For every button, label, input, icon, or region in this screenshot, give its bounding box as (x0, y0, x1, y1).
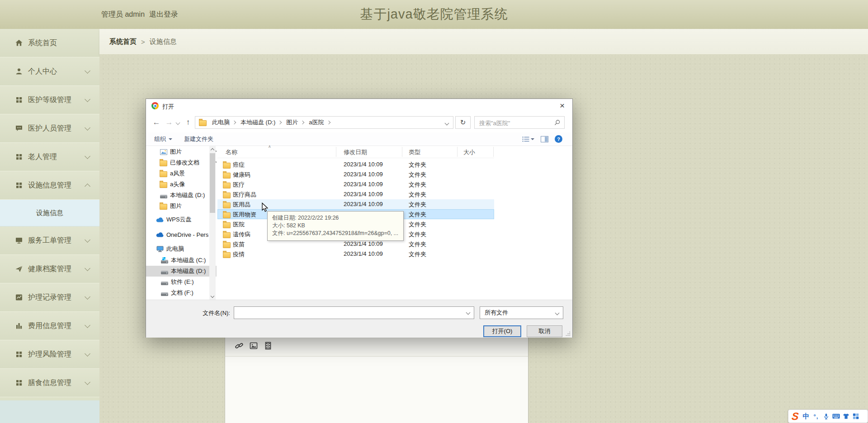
dialog-titlebar[interactable]: 打开 × (146, 99, 572, 113)
sidebar-item-home[interactable]: 系统首页 (0, 29, 99, 57)
history-dropdown-icon[interactable] (174, 117, 181, 128)
tree-item-pictures-quick[interactable]: 图片 (146, 146, 217, 157)
help-icon[interactable]: ? (555, 135, 562, 143)
sidebar-item-elderly[interactable]: 老人管理 (0, 143, 99, 171)
tree-item-modified-docs[interactable]: 已修改文档 (146, 157, 217, 168)
address-segment[interactable]: 本地磁盘 (D:) (239, 118, 284, 127)
tree-item-local-disk-d[interactable]: 本地磁盘 (D:) (146, 266, 217, 277)
file-row[interactable]: 医疗商品 2023/1/4 10:09 文件夹 (217, 189, 494, 199)
column-header-type[interactable]: 类型 (409, 148, 420, 156)
scroll-up-icon[interactable] (209, 146, 216, 152)
file-row[interactable]: 健康码 2023/1/4 10:09 文件夹 (217, 169, 494, 179)
file-type: 文件夹 (409, 181, 426, 189)
search-icon[interactable] (554, 119, 561, 126)
file-row[interactable]: 医疗 2023/1/4 10:09 文件夹 (217, 179, 494, 189)
chart-bar-icon (14, 321, 24, 330)
user-icon (14, 67, 24, 76)
breadcrumb-home[interactable]: 系统首页 (109, 38, 137, 46)
chevron-right-icon[interactable] (232, 121, 236, 124)
tree-item-local-disk-c[interactable]: 本地磁盘 (C:) (146, 255, 217, 266)
os-drive-icon (161, 260, 168, 263)
tree-item-local-disk-d-quick[interactable]: 本地磁盘 (D:) (146, 190, 217, 201)
chevron-right-icon[interactable] (301, 121, 304, 124)
tree-item-wps-cloud[interactable]: WPS云盘 (146, 214, 217, 225)
chevron-right-icon[interactable] (326, 121, 330, 124)
dialog-footer: 文件名(N): 所有文件 打开(O) 取消 (146, 300, 572, 338)
tree-scrollbar[interactable] (209, 146, 216, 300)
dialog-navbar: ← → ↑ 此电脑 本地磁盘 (D:) 图片 a医院 (146, 113, 572, 132)
forward-arrow-icon[interactable]: → (163, 117, 175, 128)
chevron-down-icon[interactable] (466, 310, 471, 315)
close-icon[interactable]: × (552, 99, 572, 112)
column-header-date[interactable]: 修改日期 (344, 148, 367, 156)
file-name: 医用物资 (233, 211, 256, 219)
column-header-size[interactable]: 大小 (463, 148, 475, 156)
skin-shirt-icon[interactable] (841, 410, 851, 422)
link-icon[interactable] (235, 342, 243, 350)
filetype-select[interactable]: 所有文件 (480, 306, 563, 319)
address-segment-label[interactable]: 图片 (284, 118, 300, 127)
column-header-name[interactable]: 名称 (226, 148, 237, 156)
sidebar-item-meal-info[interactable]: 膳食信息管理 (0, 369, 99, 397)
editor-content-area[interactable] (225, 357, 528, 423)
sidebar-item-nursing-records[interactable]: 护理记录管理 (0, 283, 99, 312)
tree-item-onedrive[interactable]: OneDrive - Pers (146, 229, 217, 240)
toolbox-grid-icon[interactable] (851, 410, 861, 422)
keyboard-icon[interactable] (831, 410, 841, 422)
tree-item-pictures-folder[interactable]: 图片 (146, 201, 217, 212)
sidebar-item-nursing-risk[interactable]: 护理风险管理 (0, 340, 99, 369)
tree-item-a-avatar[interactable]: a头像 (146, 179, 217, 190)
image-icon[interactable] (250, 342, 258, 350)
sidebar-subitem-facility-info[interactable]: 设施信息 (0, 200, 99, 226)
view-list-icon[interactable] (522, 136, 534, 142)
address-segment-label[interactable]: 本地磁盘 (D:) (239, 118, 277, 127)
address-segment[interactable]: 此电脑 (210, 118, 239, 127)
ime-punctuation-icon[interactable]: °, (811, 410, 821, 422)
up-arrow-icon[interactable]: ↑ (182, 117, 194, 128)
sidebar-item-personal-center[interactable]: 个人中心 (0, 57, 99, 86)
back-arrow-icon[interactable]: ← (151, 117, 162, 128)
sidebar-item-medical-staff[interactable]: 医护人员管理 (0, 114, 99, 143)
cancel-button[interactable]: 取消 (527, 325, 562, 337)
file-row[interactable]: 疫情 2023/1/4 10:09 文件夹 (217, 249, 494, 259)
new-folder-button[interactable]: 新建文件夹 (184, 132, 213, 146)
sogou-logo-icon[interactable]: S (789, 410, 802, 422)
scroll-down-icon[interactable] (209, 293, 216, 300)
file-row[interactable]: 癌症 2023/1/4 10:09 文件夹 (217, 160, 494, 169)
file-row[interactable]: 医用品 2023/1/4 10:09 文件夹 (217, 199, 494, 209)
sidebar-item-fee-info[interactable]: 费用信息管理 (0, 312, 99, 340)
sidebar-item-health-records[interactable]: 健康档案管理 (0, 255, 99, 283)
tree-item-software-e[interactable]: 软件 (E:) (146, 277, 217, 287)
grid-icon (14, 378, 24, 387)
folder-icon (160, 171, 167, 177)
scrollbar-thumb[interactable] (210, 153, 215, 213)
address-segment[interactable]: a医院 (307, 118, 333, 127)
tree-item-a-scenery[interactable]: a风景 (146, 168, 217, 179)
filename-input[interactable] (237, 307, 460, 319)
address-segment[interactable]: 图片 (284, 118, 307, 127)
folder-icon (223, 252, 231, 258)
grid-icon (14, 181, 24, 190)
home-icon (14, 38, 24, 47)
sidebar-item-service-orders[interactable]: 服务工单管理 (0, 226, 99, 255)
refresh-icon[interactable]: ↻ (455, 116, 471, 129)
resize-grip[interactable] (566, 331, 570, 336)
sidebar-item-facility-management[interactable]: 设施信息管理 (0, 171, 99, 200)
sidebar-item-medical-level[interactable]: 医护等级管理 (0, 86, 99, 114)
preview-pane-icon[interactable] (541, 136, 548, 142)
address-segment-label[interactable]: a医院 (307, 118, 326, 127)
organize-button[interactable]: 组织 (154, 132, 172, 146)
address-bar[interactable]: 此电脑 本地磁盘 (D:) 图片 a医院 (195, 116, 453, 129)
tree-item-documents-f[interactable]: 文档 (F:) (146, 287, 217, 298)
chevron-right-icon[interactable] (278, 121, 282, 124)
address-dropdown-icon[interactable] (445, 119, 448, 126)
tree-item-this-pc[interactable]: 此电脑 (146, 244, 217, 254)
video-icon[interactable] (264, 342, 272, 350)
microphone-icon[interactable] (821, 410, 831, 422)
ime-chinese-mode-icon[interactable]: 中 (801, 410, 811, 422)
address-segment-label[interactable]: 此电脑 (210, 118, 231, 127)
search-input[interactable] (478, 117, 552, 129)
pictures-icon (160, 148, 167, 155)
open-button[interactable]: 打开(O) (483, 325, 521, 337)
file-type: 文件夹 (409, 161, 426, 169)
